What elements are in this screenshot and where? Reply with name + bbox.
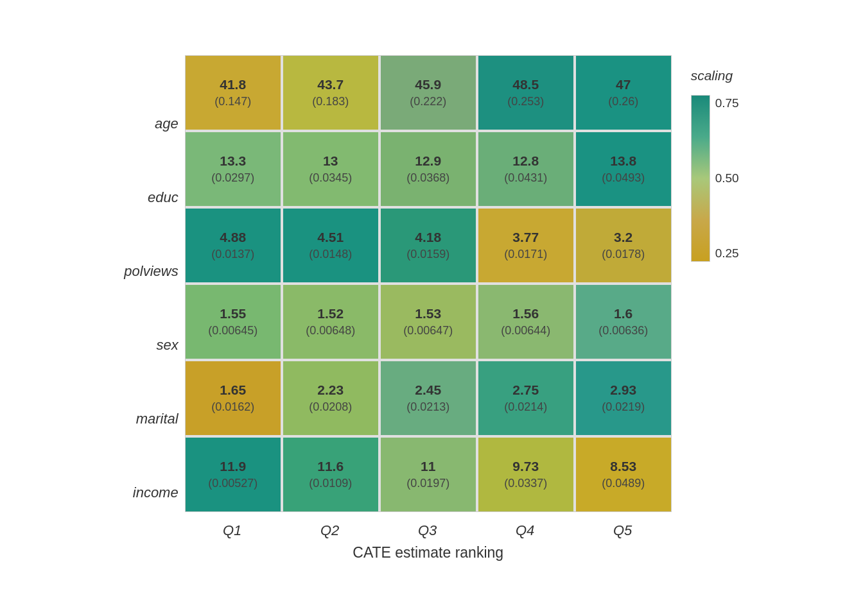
cell-sub-r1-c0: (0.0297) xyxy=(211,170,254,186)
cell-main-r5-c2: 11 xyxy=(421,457,435,475)
cell-r4-c1: 2.23(0.0208) xyxy=(283,361,378,435)
cell-sub-r3-c1: (0.00648) xyxy=(306,323,355,339)
cell-r0-c3: 48.5(0.253) xyxy=(478,56,573,130)
cell-r0-c1: 43.7(0.183) xyxy=(283,56,378,130)
y-label-income: income xyxy=(133,456,179,529)
legend-ticks: 0.750.500.25 xyxy=(715,95,739,262)
cell-r1-c4: 13.8(0.0493) xyxy=(576,132,671,206)
cell-sub-r5-c3: (0.0337) xyxy=(504,475,547,492)
x-label-Q4: Q4 xyxy=(478,517,573,539)
cell-main-r2-c2: 4.18 xyxy=(415,228,441,246)
cell-r4-c4: 2.93(0.0219) xyxy=(576,361,671,435)
grid-with-labels: ageeducpolviewssexmaritalincome 41.8(0.1… xyxy=(124,55,671,561)
cell-main-r5-c3: 9.73 xyxy=(512,457,539,475)
cell-main-r3-c4: 1.6 xyxy=(614,304,632,323)
cell-main-r1-c3: 12.8 xyxy=(512,151,539,170)
cell-r4-c0: 1.65(0.0162) xyxy=(186,361,281,435)
x-label-Q2: Q2 xyxy=(283,517,378,539)
cell-r5-c2: 11(0.0197) xyxy=(381,438,476,511)
cell-main-r5-c1: 11.6 xyxy=(317,457,344,475)
cell-r1-c2: 12.9(0.0368) xyxy=(381,132,476,206)
y-labels: ageeducpolviewssexmaritalincome xyxy=(124,87,178,529)
cell-main-r4-c0: 1.65 xyxy=(220,381,246,399)
y-label-sex: sex xyxy=(156,308,178,382)
cell-r4-c2: 2.45(0.0213) xyxy=(381,361,476,435)
cell-r5-c0: 11.9(0.00527) xyxy=(186,438,281,511)
cell-sub-r3-c2: (0.00647) xyxy=(403,323,453,339)
cell-r1-c3: 12.8(0.0431) xyxy=(478,132,573,206)
cell-main-r2-c0: 4.88 xyxy=(220,228,246,246)
cell-r2-c0: 4.88(0.0137) xyxy=(186,209,281,282)
cell-sub-r0-c4: (0.26) xyxy=(608,94,638,110)
cell-main-r5-c4: 8.53 xyxy=(610,457,636,475)
legend-tick-0: 0.75 xyxy=(715,96,739,110)
cell-r2-c1: 4.51(0.0148) xyxy=(283,209,378,282)
cell-main-r0-c1: 43.7 xyxy=(317,75,344,94)
cell-sub-r0-c0: (0.147) xyxy=(214,94,251,110)
cell-sub-r2-c2: (0.0159) xyxy=(406,246,449,262)
x-label-Q3: Q3 xyxy=(380,517,475,539)
cell-sub-r3-c3: (0.00644) xyxy=(501,323,550,339)
cell-sub-r1-c3: (0.0431) xyxy=(504,170,547,186)
legend-title: scaling xyxy=(691,68,733,83)
cell-main-r2-c3: 3.77 xyxy=(512,228,539,246)
cell-main-r4-c1: 2.23 xyxy=(317,381,344,399)
cell-main-r4-c2: 2.45 xyxy=(415,381,441,399)
cell-main-r1-c4: 13.8 xyxy=(610,151,636,170)
cell-r3-c3: 1.56(0.00644) xyxy=(478,285,573,359)
y-label-marital: marital xyxy=(136,382,179,456)
cell-sub-r2-c3: (0.0171) xyxy=(504,246,547,262)
cell-main-r0-c4: 47 xyxy=(616,75,631,94)
cell-sub-r1-c1: (0.0345) xyxy=(309,170,352,186)
y-label-polviews: polviews xyxy=(124,234,178,308)
cell-main-r4-c3: 2.75 xyxy=(512,381,539,399)
cell-sub-r4-c1: (0.0208) xyxy=(309,399,352,415)
cell-r0-c4: 47(0.26) xyxy=(576,56,671,130)
legend-area: scaling 0.750.500.25 xyxy=(691,55,739,262)
legend-bar xyxy=(691,95,710,262)
cell-main-r1-c0: 13.3 xyxy=(220,151,246,170)
cell-sub-r4-c0: (0.0162) xyxy=(211,399,254,415)
x-label-Q1: Q1 xyxy=(185,517,280,539)
cell-main-r4-c4: 2.93 xyxy=(610,381,636,399)
cell-main-r2-c4: 3.2 xyxy=(614,228,632,246)
cell-r4-c3: 2.75(0.0214) xyxy=(478,361,573,435)
heatmap-grid: 41.8(0.147)43.7(0.183)45.9(0.222)48.5(0.… xyxy=(185,55,672,512)
cell-r1-c1: 13(0.0345) xyxy=(283,132,378,206)
y-label-educ: educ xyxy=(148,160,179,234)
cell-main-r0-c2: 45.9 xyxy=(415,75,441,94)
cell-r0-c0: 41.8(0.147) xyxy=(186,56,281,130)
legend-bar-container: 0.750.500.25 xyxy=(691,95,739,262)
cell-r3-c1: 1.52(0.00648) xyxy=(283,285,378,359)
grid-area: ageeducpolviewssexmaritalincome 41.8(0.1… xyxy=(124,55,671,561)
cell-r1-c0: 13.3(0.0297) xyxy=(186,132,281,206)
cell-sub-r3-c0: (0.00645) xyxy=(208,323,257,339)
cell-sub-r4-c2: (0.0213) xyxy=(406,399,449,415)
cell-main-r2-c1: 4.51 xyxy=(317,228,344,246)
cell-r5-c4: 8.53(0.0489) xyxy=(576,438,671,511)
cell-r0-c2: 45.9(0.222) xyxy=(381,56,476,130)
cell-r2-c2: 4.18(0.0159) xyxy=(381,209,476,282)
cell-sub-r3-c4: (0.00636) xyxy=(598,323,648,339)
cell-main-r5-c0: 11.9 xyxy=(220,457,246,475)
legend-tick-1: 0.50 xyxy=(715,171,739,185)
cell-r5-c3: 9.73(0.0337) xyxy=(478,438,573,511)
cell-sub-r5-c4: (0.0489) xyxy=(602,475,645,492)
cell-sub-r4-c4: (0.0219) xyxy=(602,399,645,415)
cell-sub-r2-c4: (0.0178) xyxy=(602,246,645,262)
y-label-age: age xyxy=(155,87,179,160)
cell-r3-c4: 1.6(0.00636) xyxy=(576,285,671,359)
cell-r3-c2: 1.53(0.00647) xyxy=(381,285,476,359)
cell-main-r0-c3: 48.5 xyxy=(512,75,539,94)
cell-sub-r0-c3: (0.253) xyxy=(507,94,544,110)
cell-sub-r1-c2: (0.0368) xyxy=(406,170,449,186)
cell-sub-r2-c1: (0.0148) xyxy=(309,246,352,262)
cell-main-r3-c3: 1.56 xyxy=(512,304,539,323)
x-axis-title: CATE estimate ranking xyxy=(185,544,672,561)
cell-main-r3-c1: 1.52 xyxy=(317,304,344,323)
cell-sub-r0-c2: (0.222) xyxy=(410,94,446,110)
cell-main-r1-c2: 12.9 xyxy=(415,151,441,170)
cell-sub-r5-c2: (0.0197) xyxy=(406,475,449,492)
cell-sub-r5-c1: (0.0109) xyxy=(309,475,352,492)
x-labels-row: Q1Q2Q3Q4Q5 xyxy=(185,517,672,539)
